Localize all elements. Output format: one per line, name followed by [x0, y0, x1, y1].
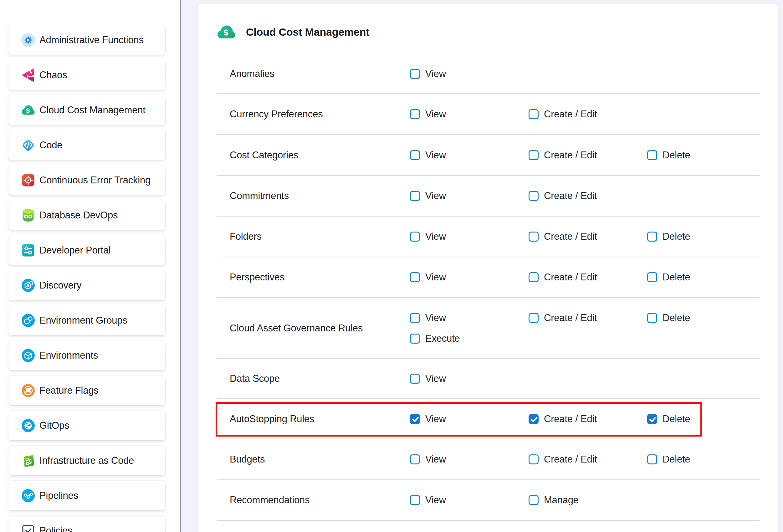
sidebar-item-label: Cloud Cost Management — [39, 104, 146, 116]
checkbox-checked[interactable] — [529, 414, 539, 424]
checkbox-unchecked[interactable] — [410, 495, 420, 505]
sidebar-item-administrative-functions[interactable]: Administrative Functions — [8, 25, 165, 55]
permission-label[interactable]: Delete — [662, 413, 690, 425]
developer-portal-icon — [21, 244, 35, 257]
permission-label[interactable]: Create / Edit — [544, 231, 597, 242]
checkbox-checked[interactable] — [647, 414, 657, 424]
permission-label[interactable]: Delete — [662, 150, 690, 161]
checkbox-unchecked[interactable] — [647, 231, 657, 242]
checkbox-unchecked[interactable] — [647, 272, 657, 282]
permission-row-folders: FoldersViewCreate / EditDelete — [217, 217, 760, 257]
permission-column-3: Delete — [647, 449, 690, 470]
permission-column-2: Create / Edit — [529, 186, 597, 206]
discovery-icon — [21, 279, 35, 292]
environment-groups-icon — [21, 314, 35, 327]
permission-label[interactable]: View — [425, 454, 446, 465]
permission-column-2: Create / Edit — [529, 104, 597, 125]
checkbox-unchecked[interactable] — [529, 313, 539, 323]
permission-label[interactable]: Create / Edit — [544, 108, 597, 120]
checkbox-unchecked[interactable] — [529, 231, 539, 242]
sidebar-item-policies[interactable]: Policies — [8, 516, 165, 532]
permission-label[interactable]: View — [425, 231, 446, 242]
sidebar-item-cloud-cost-management[interactable]: $ Cloud Cost Management — [8, 95, 165, 125]
permission-rows: AnomaliesViewCurrency PreferencesViewCre… — [217, 55, 760, 521]
svg-text:$: $ — [223, 28, 229, 37]
checkbox-unchecked[interactable] — [410, 374, 420, 384]
permission-row-perspectives: PerspectivesViewCreate / EditDelete — [217, 257, 760, 298]
checkbox-unchecked[interactable] — [529, 191, 539, 201]
permission-column-3: Delete — [647, 267, 690, 288]
sidebar-item-chaos[interactable]: Chaos — [8, 60, 165, 90]
permission-label[interactable]: Execute — [425, 333, 460, 344]
permission-label[interactable]: View — [425, 272, 446, 283]
sidebar-item-label: GitOps — [39, 420, 69, 431]
sidebar-item-environment-groups[interactable]: Environment Groups — [8, 306, 165, 335]
permission-label[interactable]: Create / Edit — [544, 150, 597, 161]
permission-label[interactable]: Delete — [662, 272, 690, 283]
checkbox-checked[interactable] — [410, 414, 420, 424]
permission-column-2: Create / Edit — [529, 409, 597, 429]
permission-label[interactable]: Create / Edit — [544, 454, 597, 465]
sidebar-item-infrastructure-as-code[interactable]: Infrastructure as Code — [8, 446, 165, 475]
permission-label[interactable]: View — [425, 495, 446, 506]
sidebar-item-database-devops[interactable]: Database DevOps — [8, 200, 165, 230]
permission-label[interactable]: Delete — [662, 454, 690, 465]
checkbox-unchecked[interactable] — [410, 334, 420, 344]
permission-label[interactable]: View — [425, 108, 446, 120]
checkbox-unchecked[interactable] — [647, 313, 657, 323]
permission-view: View — [410, 308, 460, 328]
checkbox-unchecked[interactable] — [410, 191, 420, 201]
checkbox-unchecked[interactable] — [410, 455, 420, 464]
permission-label[interactable]: Create / Edit — [544, 272, 597, 283]
permission-label[interactable]: Create / Edit — [544, 413, 597, 425]
sidebar-item-discovery[interactable]: Discovery — [8, 271, 165, 300]
sidebar-item-feature-flags[interactable]: Feature Flags — [8, 376, 165, 405]
policies-icon — [21, 524, 35, 532]
checkbox-unchecked[interactable] — [529, 495, 539, 505]
permission-label[interactable]: View — [425, 190, 446, 201]
permission-view: View — [410, 490, 446, 510]
sidebar-item-code[interactable]: Code — [8, 130, 165, 160]
checkbox-unchecked[interactable] — [410, 150, 420, 160]
permission-label[interactable]: View — [425, 68, 446, 80]
permission-column-2: Create / Edit — [529, 308, 597, 349]
checkbox-unchecked[interactable] — [647, 455, 657, 464]
checkbox-unchecked[interactable] — [410, 69, 420, 79]
sidebar-item-gitops[interactable]: GitOps — [8, 411, 165, 440]
sidebar-item-continuous-error-tracking[interactable]: Continuous Error Tracking — [8, 165, 165, 195]
permission-label[interactable]: View — [425, 413, 446, 425]
checkbox-unchecked[interactable] — [529, 455, 539, 464]
checkbox-unchecked[interactable] — [529, 272, 539, 282]
permission-label[interactable]: Create / Edit — [544, 190, 597, 201]
permission-label[interactable]: View — [425, 312, 446, 323]
feature-flags-icon — [21, 384, 35, 398]
sidebar-item-developer-portal[interactable]: Developer Portal — [8, 235, 165, 265]
checkbox-unchecked[interactable] — [529, 150, 539, 160]
permission-label[interactable]: Manage — [544, 495, 578, 506]
chaos-icon — [21, 68, 35, 82]
permission-label[interactable]: View — [425, 150, 446, 161]
permission-view: View — [410, 267, 446, 288]
checkbox-unchecked[interactable] — [410, 109, 420, 119]
permission-label[interactable]: Delete — [662, 312, 690, 323]
checkbox-unchecked[interactable] — [529, 109, 539, 119]
permission-label[interactable]: View — [425, 373, 446, 384]
resource-name: Folders — [230, 231, 262, 242]
checkbox-unchecked[interactable] — [410, 313, 420, 323]
cloud-cost-management-panel: $ Cloud Cost Management AnomaliesViewCur… — [198, 4, 778, 532]
checkbox-unchecked[interactable] — [410, 272, 420, 282]
sidebar-item-pipelines[interactable]: Pipelines — [8, 481, 165, 510]
permission-label[interactable]: Delete — [662, 231, 690, 242]
checkbox-unchecked[interactable] — [410, 231, 420, 242]
permission-delete: Delete — [647, 145, 690, 165]
permission-column-2: Manage — [529, 490, 578, 510]
module-list: Administrative Functions Chaos $ Cloud C… — [8, 25, 165, 532]
checkbox-unchecked[interactable] — [647, 150, 657, 160]
permission-row-recommendations: RecommendationsViewManage — [217, 480, 760, 521]
resource-name: Recommendations — [230, 495, 310, 506]
sidebar-item-environments[interactable]: Environments — [8, 341, 165, 370]
code-icon — [21, 138, 35, 152]
permission-label[interactable]: Create / Edit — [544, 312, 597, 323]
svg-text:$: $ — [26, 107, 30, 114]
sidebar-item-label: Infrastructure as Code — [39, 455, 134, 466]
